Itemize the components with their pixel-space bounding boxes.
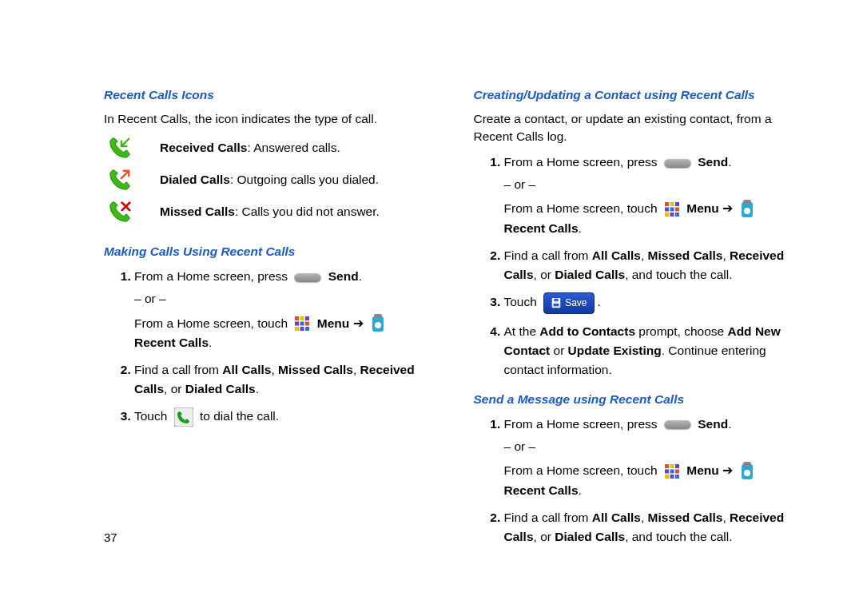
icon-row-missed: Missed Calls: Calls you did not answer. — [104, 200, 430, 224]
or-divider: – or – — [504, 175, 800, 194]
menu-grid-icon — [294, 316, 310, 332]
svg-rect-35 — [670, 475, 674, 479]
svg-rect-2 — [305, 316, 309, 320]
dialed-calls-icon — [104, 168, 136, 192]
heading-recent-calls-icons: Recent Calls Icons — [104, 88, 430, 102]
svg-rect-0 — [295, 316, 299, 320]
icon-row-received: Received Calls: Answered calls. — [104, 136, 430, 160]
heading-creating-updating: Creating/Updating a Contact using Recent… — [474, 88, 800, 102]
svg-rect-23 — [743, 200, 751, 204]
c-step-1: From a Home screen, press Send. – or – F… — [504, 153, 800, 238]
step-1: From a Home screen, press Send. – or – F… — [134, 267, 430, 352]
svg-rect-16 — [665, 207, 669, 211]
svg-rect-18 — [675, 207, 679, 211]
s-step-2: Find a call from All Calls, Missed Calls… — [504, 508, 800, 546]
svg-rect-38 — [743, 462, 751, 466]
svg-rect-21 — [675, 213, 679, 217]
page-number: 37 — [104, 531, 117, 544]
svg-rect-7 — [300, 327, 304, 331]
menu-grid-icon — [664, 463, 680, 479]
svg-rect-13 — [665, 202, 669, 206]
svg-point-24 — [744, 208, 750, 214]
svg-rect-19 — [665, 213, 669, 217]
recent-calls-jar-icon — [739, 462, 755, 481]
step-3: Touch to dial the call. — [134, 407, 430, 427]
svg-rect-36 — [675, 475, 679, 479]
svg-rect-5 — [305, 322, 309, 326]
svg-rect-34 — [665, 475, 669, 479]
svg-rect-33 — [675, 469, 679, 473]
svg-rect-27 — [555, 299, 559, 302]
svg-rect-20 — [670, 213, 674, 217]
svg-rect-1 — [300, 316, 304, 320]
or-divider: – or – — [134, 289, 430, 308]
svg-rect-31 — [665, 469, 669, 473]
left-column: Recent Calls Icons In Recent Calls, the … — [104, 88, 430, 554]
svg-rect-29 — [670, 464, 674, 468]
create-steps: From a Home screen, press Send. – or – F… — [474, 153, 800, 380]
svg-rect-8 — [305, 327, 309, 331]
send-key-icon — [664, 158, 691, 168]
making-calls-steps: From a Home screen, press Send. – or – F… — [104, 267, 430, 427]
svg-rect-6 — [295, 327, 299, 331]
missed-calls-icon — [104, 200, 136, 224]
svg-rect-3 — [295, 322, 299, 326]
svg-rect-14 — [670, 202, 674, 206]
svg-rect-17 — [670, 207, 674, 211]
recent-calls-jar-icon — [370, 314, 386, 333]
icon-row-dialed: Dialed Calls: Outgoing calls you dialed. — [104, 168, 430, 192]
svg-rect-10 — [374, 314, 382, 318]
dial-phone-icon — [174, 407, 193, 427]
or-divider: – or – — [504, 437, 800, 456]
svg-rect-12 — [174, 407, 193, 427]
heading-send-message: Send a Message using Recent Calls — [474, 392, 800, 407]
s-step-1: From a Home screen, press Send. – or – F… — [504, 415, 800, 500]
send-key-icon — [294, 272, 321, 282]
svg-rect-26 — [554, 304, 559, 307]
menu-grid-icon — [664, 201, 680, 217]
c-step-3: Touch Save . — [504, 292, 800, 314]
svg-rect-4 — [300, 322, 304, 326]
svg-rect-15 — [675, 202, 679, 206]
svg-rect-28 — [665, 464, 669, 468]
c-step-4: At the Add to Contacts prompt, choose Ad… — [504, 322, 800, 380]
recent-calls-jar-icon — [739, 200, 755, 219]
save-button-icon: Save — [543, 292, 594, 314]
send-steps: From a Home screen, press Send. – or – F… — [474, 415, 800, 546]
svg-point-11 — [375, 322, 381, 328]
manual-page: Recent Calls Icons In Recent Calls, the … — [0, 0, 863, 616]
c-step-2: Find a call from All Calls, Missed Calls… — [504, 246, 800, 284]
received-desc: Received Calls: Answered calls. — [136, 136, 340, 155]
svg-rect-32 — [670, 469, 674, 473]
right-column: Creating/Updating a Contact using Recent… — [474, 88, 800, 554]
svg-rect-30 — [675, 464, 679, 468]
svg-point-39 — [744, 470, 750, 476]
dialed-desc: Dialed Calls: Outgoing calls you dialed. — [136, 168, 379, 187]
heading-making-calls: Making Calls Using Recent Calls — [104, 244, 430, 259]
step-2: Find a call from All Calls, Missed Calls… — [134, 360, 430, 399]
received-calls-icon — [104, 136, 136, 160]
icons-intro: In Recent Calls, the icon indicates the … — [104, 110, 430, 128]
missed-desc: Missed Calls: Calls you did not answer. — [136, 200, 380, 219]
send-key-icon — [664, 419, 691, 429]
create-intro: Create a contact, or update an existing … — [474, 110, 800, 146]
